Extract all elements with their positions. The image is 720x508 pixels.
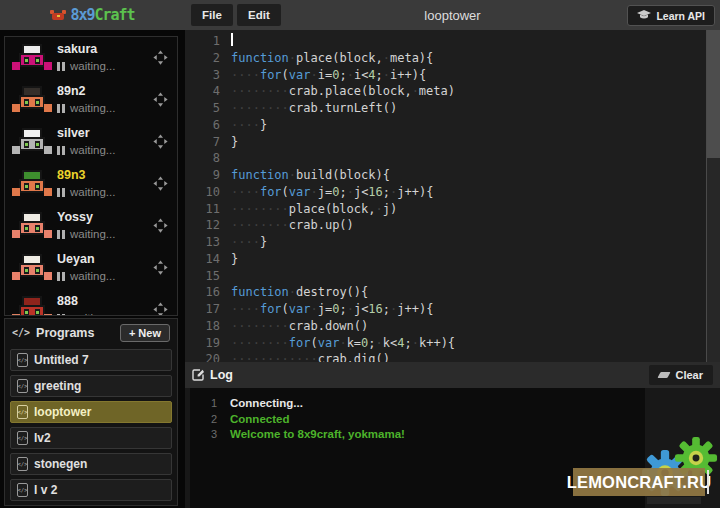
move-icon[interactable] bbox=[153, 260, 168, 275]
editor-scrollbar[interactable] bbox=[706, 30, 720, 362]
move-icon[interactable] bbox=[153, 176, 168, 191]
code-line[interactable]: 14} bbox=[185, 251, 720, 268]
keyword-token: for bbox=[260, 67, 282, 84]
code-line[interactable]: 2function·place(block,·meta){ bbox=[185, 50, 720, 67]
player-row[interactable]: silverwaiting... bbox=[5, 121, 177, 163]
code-token: meta) bbox=[419, 83, 455, 100]
move-icon[interactable] bbox=[153, 302, 168, 316]
whitespace-dots: · bbox=[289, 284, 296, 301]
code-line[interactable]: 18········crab.down() bbox=[185, 318, 720, 335]
code-token: ; bbox=[368, 335, 375, 352]
log-line-number: 2 bbox=[190, 412, 230, 428]
number-token: 4 bbox=[397, 335, 404, 352]
pause-icon bbox=[57, 146, 65, 155]
player-row[interactable]: 89n3waiting... bbox=[5, 163, 177, 205]
code-token: crab.turnLeft() bbox=[289, 100, 397, 117]
learn-api-button[interactable]: Learn API bbox=[627, 5, 715, 26]
whitespace-dots: ············ bbox=[231, 351, 318, 362]
program-item[interactable]: </>stonegen bbox=[10, 453, 172, 475]
code-line[interactable]: 4········crab.place(block,·meta) bbox=[185, 83, 720, 100]
edit-menu-button[interactable]: Edit bbox=[237, 4, 281, 26]
code-line[interactable]: 5········crab.turnLeft() bbox=[185, 100, 720, 117]
keyword-token: function bbox=[231, 50, 289, 67]
code-token: i++){ bbox=[390, 67, 426, 84]
move-icon[interactable] bbox=[153, 50, 168, 65]
program-item[interactable]: </>Untitled 7 bbox=[10, 349, 172, 371]
code-token: destroy(){ bbox=[296, 284, 368, 301]
whitespace-dots: · bbox=[376, 201, 383, 218]
text-cursor bbox=[231, 33, 233, 46]
whitespace-dots: ········ bbox=[231, 100, 289, 117]
player-row[interactable]: 888waiting... bbox=[5, 289, 177, 316]
code-line[interactable]: 9function·build(block){ bbox=[185, 167, 720, 184]
code-line[interactable]: 10····for(var·j=0;·j<16;·j++){ bbox=[185, 184, 720, 201]
code-token: j++){ bbox=[397, 301, 433, 318]
move-icon[interactable] bbox=[153, 92, 168, 107]
crab-avatar bbox=[12, 128, 52, 156]
whitespace-dots: · bbox=[311, 301, 318, 318]
player-row[interactable]: 89n2waiting... bbox=[5, 79, 177, 121]
pause-icon bbox=[57, 230, 65, 239]
code-token: crab.up() bbox=[289, 217, 354, 234]
line-number: 6 bbox=[185, 117, 231, 134]
log-entry: 2Connected bbox=[190, 412, 645, 428]
player-row[interactable]: Ueyanwaiting... bbox=[5, 247, 177, 289]
keyword-token: for bbox=[289, 335, 311, 352]
code-line[interactable]: 7} bbox=[185, 134, 720, 151]
program-label: Untitled 7 bbox=[34, 353, 89, 367]
code-line[interactable]: 3····for(var·i=0;·i<4;·i++){ bbox=[185, 67, 720, 84]
player-row[interactable]: sakurawaiting... bbox=[5, 37, 177, 79]
code-token: j) bbox=[383, 201, 397, 218]
line-number: 7 bbox=[185, 134, 231, 151]
code-token: place(block, bbox=[289, 201, 376, 218]
code-line[interactable]: 13····} bbox=[185, 234, 720, 251]
code-line[interactable]: 15 bbox=[185, 268, 720, 285]
line-number: 15 bbox=[185, 268, 231, 285]
move-icon[interactable] bbox=[153, 218, 168, 233]
code-line[interactable]: 19········for(var·k=0;·k<4;·k++){ bbox=[185, 335, 720, 352]
move-icon[interactable] bbox=[153, 134, 168, 149]
code-line[interactable]: 11········place(block,·j) bbox=[185, 201, 720, 218]
line-number: 20 bbox=[185, 351, 231, 362]
code-line[interactable]: 1 bbox=[185, 33, 720, 50]
whitespace-dots: ········ bbox=[231, 83, 289, 100]
logo-text-8x9: 8x9 bbox=[70, 6, 94, 24]
line-number: 2 bbox=[185, 50, 231, 67]
log-message: Welcome to 8x9craft, yokmama! bbox=[230, 427, 405, 443]
programs-title: Programs bbox=[36, 326, 114, 340]
number-token: 16 bbox=[368, 301, 382, 318]
code-token: ; bbox=[339, 301, 346, 318]
code-editor[interactable]: 12function·place(block,·meta){3····for(v… bbox=[185, 30, 720, 362]
log-message: Connecting... bbox=[230, 396, 303, 412]
log-title: Log bbox=[210, 368, 643, 382]
whitespace-dots: · bbox=[347, 184, 354, 201]
program-file-icon: </> bbox=[17, 483, 28, 497]
crab-avatar bbox=[12, 86, 52, 114]
whitespace-dots: ········ bbox=[231, 201, 289, 218]
program-item[interactable]: </>looptower bbox=[10, 401, 172, 423]
code-line[interactable]: 8 bbox=[185, 150, 720, 167]
whitespace-dots: · bbox=[289, 50, 296, 67]
scrollbar-thumb[interactable] bbox=[707, 30, 720, 158]
player-row[interactable]: Yossywaiting... bbox=[5, 205, 177, 247]
new-program-button[interactable]: + New bbox=[120, 324, 170, 342]
program-item[interactable]: </>lv2 bbox=[10, 427, 172, 449]
code-line[interactable]: 20············crab.dig() bbox=[185, 351, 720, 362]
crab-avatar bbox=[12, 170, 52, 198]
log-header: Log Clear bbox=[185, 362, 720, 388]
code-line[interactable]: 16function·destroy(){ bbox=[185, 284, 720, 301]
clear-log-button[interactable]: Clear bbox=[649, 365, 713, 385]
code-token: } bbox=[260, 234, 267, 251]
code-line[interactable]: 12········crab.up() bbox=[185, 217, 720, 234]
program-item[interactable]: </>greeting bbox=[10, 375, 172, 397]
log-line-number: 3 bbox=[190, 427, 230, 443]
whitespace-dots: · bbox=[383, 50, 390, 67]
program-file-icon: </> bbox=[17, 379, 28, 393]
code-token: crab.dig() bbox=[318, 351, 390, 362]
whitespace-dots: ········ bbox=[231, 217, 289, 234]
code-line[interactable]: 6····} bbox=[185, 117, 720, 134]
keyword-token: for bbox=[260, 184, 282, 201]
program-item[interactable]: </>l v 2 bbox=[10, 479, 172, 501]
file-menu-button[interactable]: File bbox=[191, 4, 233, 26]
code-line[interactable]: 17····for(var·j=0;·j<16;·j++){ bbox=[185, 301, 720, 318]
